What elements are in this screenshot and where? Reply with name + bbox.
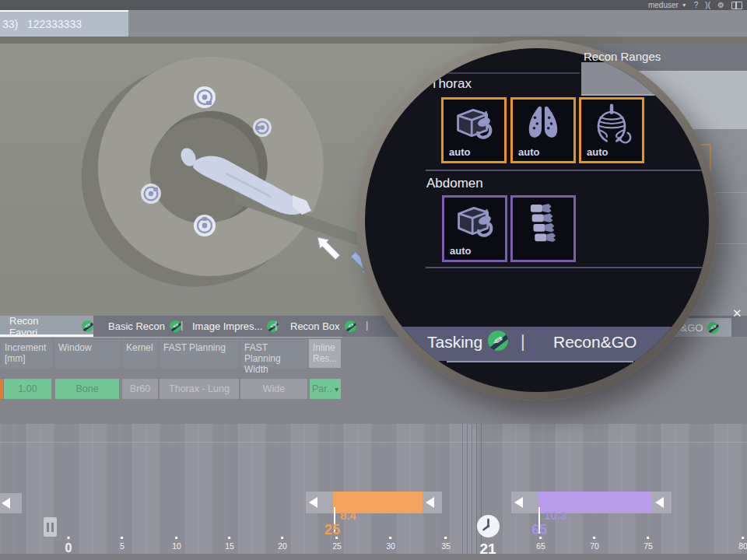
- tab-separator: |: [275, 319, 277, 331]
- edit-pencil-icon: ✎: [170, 320, 181, 332]
- col-header-kernel: Kernel: [122, 339, 158, 368]
- magnified-tab-underline: [447, 361, 633, 362]
- auto-label: auto: [518, 146, 539, 158]
- tab-recon-go-magnified[interactable]: Recon&GO: [553, 333, 637, 352]
- tab-image-impression[interactable]: Image Impres... ✎: [192, 316, 279, 337]
- timeline-left-marker[interactable]: [0, 493, 22, 513]
- row-selection-marker: [0, 379, 3, 399]
- user-menu[interactable]: meduser ▼: [648, 1, 687, 9]
- magnifier-content: Thorax auto: [365, 48, 709, 392]
- thorax-section-title: Thorax: [430, 76, 472, 92]
- col-header-fast-planning: FAST Planning: [160, 339, 239, 368]
- timeline-gridline: [467, 424, 468, 554]
- magnifier-lens: Thorax auto: [356, 40, 717, 401]
- auto-label: auto: [449, 146, 470, 158]
- ruler-tick: 65: [536, 537, 545, 551]
- abdomen-range-parenchyma-button[interactable]: auto: [442, 195, 507, 262]
- abdomen-range-spine-button[interactable]: [510, 195, 576, 262]
- tab-label: Image Impres...: [192, 320, 262, 332]
- lungs-icon: [522, 103, 564, 144]
- cell-window[interactable]: Bone: [55, 379, 119, 399]
- collapse-icon[interactable]: )(: [705, 0, 710, 10]
- timeline-gridline: [462, 424, 463, 554]
- ruler-tick: 25: [332, 537, 342, 551]
- col-header-increment: Increment [mm]: [1, 339, 53, 368]
- recon-range-2-start: 65: [531, 522, 547, 538]
- table-top-border: [0, 337, 342, 338]
- col-header-window: Window: [54, 339, 121, 368]
- bottom-strip: [0, 554, 747, 560]
- timeline-divider: [0, 442, 747, 443]
- tab-separator: |: [521, 331, 525, 352]
- recon-range-2-end-handle[interactable]: [652, 492, 672, 513]
- tab-separator: |: [181, 319, 183, 331]
- patient-tab-label: 33) 122333333: [2, 18, 82, 30]
- ruler-tick: 0: [65, 537, 72, 555]
- clock-icon: [477, 515, 500, 537]
- cube-organs-icon: [452, 201, 497, 245]
- patient-tab[interactable]: 33) 122333333: [0, 10, 128, 37]
- layout-icon[interactable]: [731, 2, 742, 9]
- edit-pencil-icon: ✎: [345, 320, 356, 332]
- auto-label: auto: [450, 245, 471, 257]
- help-icon[interactable]: ?: [694, 0, 699, 10]
- tab-label: Recon Box: [290, 320, 340, 332]
- ruler-tick: 80: [738, 537, 747, 551]
- user-menu-label: meduser: [648, 1, 679, 9]
- ribcage-icon: [590, 103, 633, 147]
- auto-label: auto: [587, 146, 608, 158]
- edit-pencil-icon: ✎: [707, 322, 719, 334]
- abdomen-section-title: Abdomen: [426, 176, 483, 191]
- section-divider: [426, 267, 709, 268]
- scan-range-timeline: [0, 424, 747, 554]
- close-icon[interactable]: ✕: [732, 306, 742, 320]
- section-divider: [426, 170, 709, 171]
- tab-label: Basic Recon: [108, 320, 165, 332]
- tab-recon-favorites[interactable]: Recon Favori... ✎: [0, 316, 93, 337]
- thorax-range-ribs-button[interactable]: auto: [579, 97, 644, 163]
- recon-range-1-length: 8.4: [340, 509, 356, 522]
- recon-range-1-start-handle[interactable]: [306, 492, 333, 513]
- gear-icon[interactable]: ⚙: [717, 0, 724, 10]
- tab-basic-recon[interactable]: Basic Recon ✎: [108, 316, 181, 337]
- ruler-tick: 10: [172, 537, 181, 551]
- tab-tasking-magnified[interactable]: Tasking: [427, 333, 482, 352]
- spine-icon: [524, 201, 563, 248]
- tab-recon-box[interactable]: Recon Box ✎: [290, 316, 356, 337]
- ruler-tick: 15: [225, 537, 234, 551]
- recon-range-2-length: 10.3: [544, 509, 566, 522]
- edit-pencil-icon: ✎: [82, 320, 93, 332]
- recon-range-1-start: 25: [324, 522, 340, 538]
- cube-organs-icon: [451, 103, 496, 147]
- col-header-fast-planning-width: FAST Planning Width: [240, 339, 307, 368]
- ruler-tick: 5: [120, 537, 124, 551]
- thorax-range-lung-button[interactable]: auto: [510, 97, 576, 163]
- pause-button[interactable]: [44, 517, 57, 537]
- col-header-inline-res: Inline Res...: [309, 339, 341, 368]
- dropdown-arrow-icon: ▾: [335, 385, 338, 394]
- cell-fast-planning[interactable]: Thorax - Lung: [160, 379, 239, 399]
- thorax-range-parenchyma-button[interactable]: auto: [441, 97, 507, 163]
- ruler-tick: 35: [441, 537, 451, 551]
- ruler-tick: 20: [278, 537, 287, 551]
- ruler-tick: 75: [644, 537, 653, 551]
- ruler-tick: 70: [590, 537, 599, 551]
- timeline-gridline: [472, 424, 472, 554]
- cell-increment[interactable]: 1.00: [4, 379, 51, 399]
- top-titlebar: [0, 0, 747, 10]
- chevron-down-icon: ▼: [682, 2, 687, 8]
- cell-inline-res-dropdown[interactable]: Par... ▾: [310, 379, 341, 399]
- recon-ranges-title: Recon Ranges: [584, 50, 661, 63]
- application-window: meduser ▼ ? )( ⚙ 33) 122333333: [0, 0, 747, 560]
- cell-fast-planning-width[interactable]: Wide: [240, 379, 307, 399]
- edit-pencil-icon: ✎: [488, 331, 508, 351]
- cell-kernel[interactable]: Br60: [122, 379, 158, 399]
- ruler-tick: 30: [386, 537, 395, 551]
- ct-scanner-illustration: [70, 43, 397, 303]
- tab-separator: |: [366, 319, 368, 331]
- recon-range-2-start-handle[interactable]: [511, 492, 538, 513]
- recon-range-1-end-handle[interactable]: [423, 492, 442, 513]
- titlebar-controls: meduser ▼ ? )( ⚙: [648, 0, 742, 10]
